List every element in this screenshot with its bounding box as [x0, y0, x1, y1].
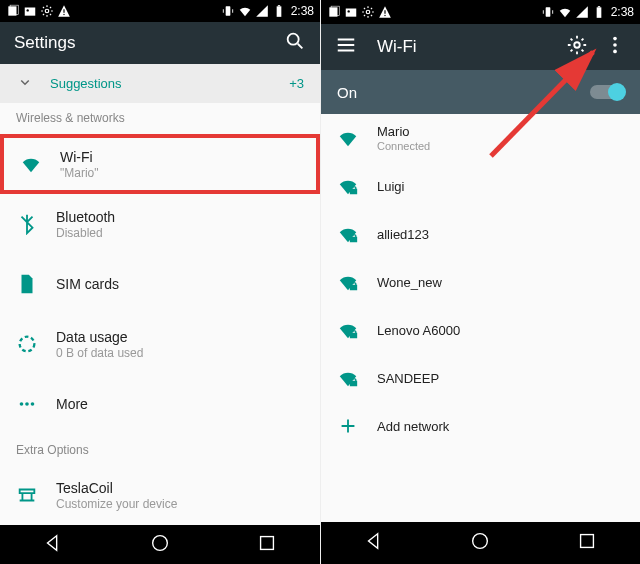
search-icon[interactable] [284, 30, 306, 56]
item-label: SIM cards [56, 276, 304, 292]
section-wireless: Wireless & networks [0, 103, 320, 134]
appbar-title: Settings [14, 33, 268, 53]
item-sub: 0 B of data used [56, 346, 304, 360]
wifi-signal-icon [337, 271, 377, 293]
add-network-label: Add network [377, 419, 624, 434]
settings-item-teslacoil[interactable]: TeslaCoil Customize your device [0, 465, 320, 525]
wifi-network-item[interactable]: Luigi [321, 162, 640, 210]
item-label: Bluetooth [56, 209, 304, 225]
network-name: Lenovo A6000 [377, 323, 624, 338]
more-icon [16, 393, 56, 415]
svg-rect-26 [384, 10, 385, 14]
section-extra: Extra Options [0, 434, 320, 465]
settings-item-wifi[interactable]: Wi-Fi "Mario" [0, 134, 320, 194]
settings-item-data[interactable]: Data usage 0 B of data used [0, 314, 320, 374]
suggestions-row[interactable]: Suggestions +3 [0, 64, 320, 103]
svg-point-25 [348, 10, 350, 12]
item-label: More [56, 396, 304, 412]
clock: 2:38 [291, 4, 314, 18]
network-name: Luigi [377, 179, 624, 194]
network-status: Connected [377, 140, 624, 152]
item-label: TeslaCoil [56, 480, 304, 496]
wifi-icon [20, 153, 60, 175]
network-name: SANDEEP [377, 371, 624, 386]
svg-rect-27 [384, 15, 385, 16]
wifi-state-label: On [337, 84, 357, 101]
data-icon [16, 333, 56, 355]
wifi-network-item[interactable]: Lenovo A6000 [321, 306, 640, 354]
item-label: Wi-Fi [60, 149, 300, 165]
settings-item-bluetooth[interactable]: Bluetooth Disabled [0, 194, 320, 254]
nav-back[interactable] [363, 530, 385, 556]
navbar [0, 525, 320, 564]
suggestions-count: +3 [289, 76, 304, 91]
appbar: Settings [0, 22, 320, 64]
add-network[interactable]: Add network [321, 402, 640, 450]
navbar [321, 522, 640, 564]
appbar: Wi-Fi [321, 24, 640, 70]
item-sub: Disabled [56, 226, 304, 240]
overflow-icon[interactable] [604, 34, 626, 60]
wifi-signal-icon [337, 223, 377, 245]
svg-rect-21 [63, 14, 64, 15]
gear-icon[interactable] [566, 34, 588, 60]
statusbar: 2:38 [321, 0, 640, 24]
wifi-toggle[interactable] [590, 85, 624, 99]
wifi-network-item[interactable]: MarioConnected [321, 114, 640, 162]
appbar-title: Wi-Fi [377, 37, 550, 57]
menu-icon[interactable] [335, 34, 357, 60]
sim-icon [16, 273, 56, 295]
svg-rect-18 [25, 8, 36, 16]
statusbar: 2:38 [0, 0, 320, 22]
item-sub: Customize your device [56, 497, 304, 511]
svg-rect-20 [63, 9, 64, 13]
wifi-signal-icon [337, 127, 377, 149]
clock: 2:38 [611, 5, 634, 19]
nav-recent[interactable] [256, 532, 278, 558]
wifi-list: MarioConnectedLuigiallied123Wone_newLeno… [321, 114, 640, 402]
svg-point-19 [27, 9, 29, 11]
plus-icon [337, 415, 377, 437]
wifi-state-row: On [321, 70, 640, 114]
item-label: Data usage [56, 329, 304, 345]
network-name: Mario [377, 124, 624, 139]
svg-rect-24 [346, 9, 357, 17]
suggestions-label: Suggestions [50, 76, 122, 91]
nav-home[interactable] [469, 530, 491, 556]
chevron-down-icon [16, 73, 34, 94]
wifi-signal-icon [337, 319, 377, 341]
wifi-network-item[interactable]: allied123 [321, 210, 640, 258]
wifi-signal-icon [337, 175, 377, 197]
settings-item-more[interactable]: More [0, 374, 320, 434]
network-name: allied123 [377, 227, 624, 242]
bluetooth-icon [16, 213, 56, 235]
nav-back[interactable] [42, 532, 64, 558]
settings-screen: 2:38 Settings Suggestions +3 Wireless & … [0, 0, 320, 564]
wifi-signal-icon [337, 367, 377, 389]
wifi-network-item[interactable]: SANDEEP [321, 354, 640, 402]
settings-item-sim[interactable]: SIM cards [0, 254, 320, 314]
wifi-screen: 2:38 Wi-Fi On MarioConnectedLuigiallied1… [320, 0, 640, 564]
teslacoil-icon [16, 484, 56, 506]
network-name: Wone_new [377, 275, 624, 290]
nav-home[interactable] [149, 532, 171, 558]
item-sub: "Mario" [60, 166, 300, 180]
wifi-network-item[interactable]: Wone_new [321, 258, 640, 306]
nav-recent[interactable] [576, 530, 598, 556]
